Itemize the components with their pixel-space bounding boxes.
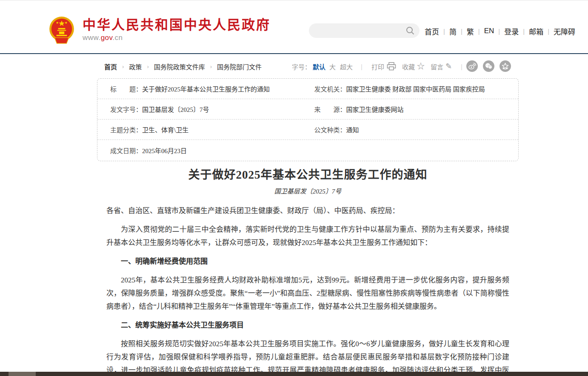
breadcrumb-current: 国务院部门文件 bbox=[217, 62, 262, 71]
print-label: 打印 bbox=[371, 62, 384, 71]
logo-text: 中华人民共和国中央人民政府 www.gov.cn bbox=[83, 18, 271, 42]
horizontal-scrollbar[interactable] bbox=[0, 372, 588, 376]
meta-source-label: 来 源： bbox=[314, 105, 346, 114]
meta-agency-cell: 发文机关： 国家卫生健康委 财政部 国家中医药局 国家疾控局 bbox=[314, 84, 519, 93]
meta-doctype-value: 通知 bbox=[346, 125, 359, 134]
search-box bbox=[309, 23, 420, 38]
article-salutation: 各省、自治区、直辖市及新疆生产建设兵团卫生健康委、财政厅（局）、中医药局、疾控局… bbox=[106, 204, 509, 217]
nav-mailbox[interactable]: 邮箱 bbox=[528, 26, 544, 37]
nav-separator: | bbox=[498, 28, 500, 35]
search-icon[interactable] bbox=[406, 26, 414, 35]
chevron-right-icon: › bbox=[210, 63, 212, 70]
meta-source-value: 国家卫生健康委网站 bbox=[346, 105, 404, 114]
site-url-gov: gov bbox=[101, 34, 113, 42]
site-url-cn: .cn bbox=[112, 34, 123, 42]
share-weibo-button[interactable] bbox=[466, 60, 478, 72]
nav-login[interactable]: 登录 bbox=[504, 26, 519, 37]
meta-agency-value: 国家卫生健康委 财政部 国家中医药局 国家疾控局 bbox=[346, 84, 485, 93]
meta-title-label: 标 题： bbox=[110, 84, 142, 93]
article-section-heading-1: 一、明确新增经费使用范围 bbox=[106, 255, 509, 268]
nav-accessibility[interactable]: 无障碍 bbox=[553, 26, 576, 37]
meta-docnumber-cell: 发文字号： 国卫基层发〔2025〕7号 bbox=[110, 105, 314, 114]
meta-category-cell: 主题分类： 卫生、体育\卫生 bbox=[110, 125, 314, 134]
meta-row-title-agency: 标 题： 关于做好2025年基本公共卫生服务工作的通知 发文机关： 国家卫生健康… bbox=[97, 79, 518, 99]
meta-row-date: 成文日期： 2025年06月23日 bbox=[97, 140, 518, 160]
toolbar-divider: | bbox=[361, 63, 363, 70]
meta-source-cell: 来 源： 国家卫生健康委网站 bbox=[314, 105, 519, 114]
page-toolbar: 字号： 默认 大 超大 | 打印 收藏 ☆ 留言 ✎ | bbox=[292, 61, 468, 71]
meta-category-label: 主题分类： bbox=[110, 125, 142, 134]
font-size-large-button[interactable]: 大 bbox=[329, 62, 336, 71]
article-doc-number: 国卫基层发〔2025〕7号 bbox=[97, 186, 519, 195]
font-size-label: 字号： bbox=[292, 62, 311, 71]
site-url: www.gov.cn bbox=[83, 34, 271, 42]
nav-separator: | bbox=[478, 28, 480, 35]
meta-title-cell: 标 题： 关于做好2025年基本公共卫生服务工作的通知 bbox=[110, 84, 314, 93]
article-paragraph: 按照相关服务规范切实做好2025年基本公共卫生服务项目实施工作。强化0～6岁儿童… bbox=[106, 337, 509, 376]
nav-separator: | bbox=[443, 28, 445, 35]
header-divider bbox=[0, 53, 588, 54]
breadcrumb-policy-library[interactable]: 国务院政策文件库 bbox=[154, 62, 205, 71]
meta-category-value: 卫生、体育\卫生 bbox=[142, 125, 188, 134]
meta-agency-label: 发文机关： bbox=[314, 84, 346, 93]
search-input[interactable] bbox=[309, 23, 420, 38]
article-paragraph: 为深入贯彻党的二十届三中全会精神，落实新时代党的卫生与健康工作方针中以基层为重点… bbox=[106, 223, 509, 249]
article-paragraph: 2025年，基本公共卫生服务经费人均财政补助标准增加5元，达到99元。新增经费用… bbox=[106, 273, 509, 313]
star-share-icon bbox=[501, 62, 509, 70]
document-meta-table: 标 题： 关于做好2025年基本公共卫生服务工作的通知 发文机关： 国家卫生健康… bbox=[97, 78, 519, 161]
meta-doctype-label: 公文种类： bbox=[314, 125, 346, 134]
nav-home[interactable]: 首页 bbox=[424, 26, 440, 37]
nav-simplified[interactable]: 简 bbox=[449, 26, 457, 37]
breadcrumb-home[interactable]: 首页 bbox=[104, 62, 117, 71]
meta-row-category-type: 主题分类： 卫生、体育\卫生 公文种类： 通知 bbox=[97, 120, 518, 140]
favorite-label: 收藏 bbox=[402, 62, 415, 71]
print-button[interactable]: 打印 bbox=[371, 62, 396, 71]
weibo-icon bbox=[468, 62, 476, 70]
comment-label: 留言 bbox=[431, 62, 443, 71]
font-size-xlarge-button[interactable]: 超大 bbox=[340, 62, 353, 71]
meta-row-number-source: 发文字号： 国卫基层发〔2025〕7号 来 源： 国家卫生健康委网站 bbox=[97, 99, 518, 120]
share-wechat-button[interactable] bbox=[483, 60, 494, 72]
star-icon: ☆ bbox=[417, 63, 425, 70]
nav-english[interactable]: EN bbox=[484, 27, 495, 35]
meta-title-value: 关于做好2025年基本公共卫生服务工作的通知 bbox=[142, 84, 270, 93]
article-body: 各省、自治区、直辖市及新疆生产建设兵团卫生健康委、财政厅（局）、中医药局、疾控局… bbox=[106, 204, 509, 376]
wechat-icon bbox=[485, 62, 493, 70]
meta-date-cell: 成文日期： 2025年06月23日 bbox=[110, 146, 314, 155]
pencil-icon: ✎ bbox=[445, 63, 452, 70]
top-nav: 首页 | 简 | 繁 | EN | 登录 | 邮箱 | 无障碍 bbox=[424, 25, 576, 37]
font-size-default-button[interactable]: 默认 bbox=[313, 62, 325, 71]
meta-docnumber-label: 发文字号： bbox=[110, 105, 142, 114]
national-emblem-icon bbox=[48, 16, 76, 44]
share-qzone-button[interactable] bbox=[500, 60, 511, 72]
nav-traditional[interactable]: 繁 bbox=[466, 26, 474, 37]
meta-date-value: 2025年06月23日 bbox=[142, 146, 187, 155]
nav-separator: | bbox=[461, 28, 462, 35]
chevron-right-icon: › bbox=[147, 63, 148, 70]
meta-docnumber-value: 国卫基层发〔2025〕7号 bbox=[142, 105, 209, 114]
comment-button[interactable]: 留言 ✎ bbox=[431, 62, 452, 71]
favorite-button[interactable]: 收藏 ☆ bbox=[402, 62, 425, 71]
site-logo[interactable]: 中华人民共和国中央人民政府 www.gov.cn bbox=[48, 16, 271, 44]
breadcrumb-policy[interactable]: 政策 bbox=[129, 62, 142, 71]
toolbar-divider: | bbox=[461, 63, 462, 70]
meta-doctype-cell: 公文种类： 通知 bbox=[314, 125, 519, 134]
site-header: 中华人民共和国中央人民政府 www.gov.cn 首页 | 简 | 繁 | EN… bbox=[0, 0, 588, 53]
chevron-right-icon: › bbox=[122, 63, 124, 70]
article: 关于做好2025年基本公共卫生服务工作的通知 国卫基层发〔2025〕7号 各省、… bbox=[97, 167, 519, 376]
nav-separator: | bbox=[523, 28, 525, 35]
site-url-www: www. bbox=[83, 34, 101, 42]
article-section-heading-2: 二、统筹实施好基本公共卫生服务项目 bbox=[106, 319, 509, 332]
printer-icon bbox=[387, 62, 396, 71]
share-buttons bbox=[466, 60, 516, 72]
meta-date-label: 成文日期： bbox=[110, 146, 142, 155]
scrollbar-thumb[interactable] bbox=[9, 372, 36, 376]
site-title: 中华人民共和国中央人民政府 bbox=[83, 18, 271, 32]
article-title: 关于做好2025年基本公共卫生服务工作的通知 bbox=[97, 167, 519, 182]
breadcrumb: 首页 › 政策 › 国务院政策文件库 › 国务院部门文件 bbox=[104, 62, 262, 71]
nav-separator: | bbox=[548, 28, 549, 35]
